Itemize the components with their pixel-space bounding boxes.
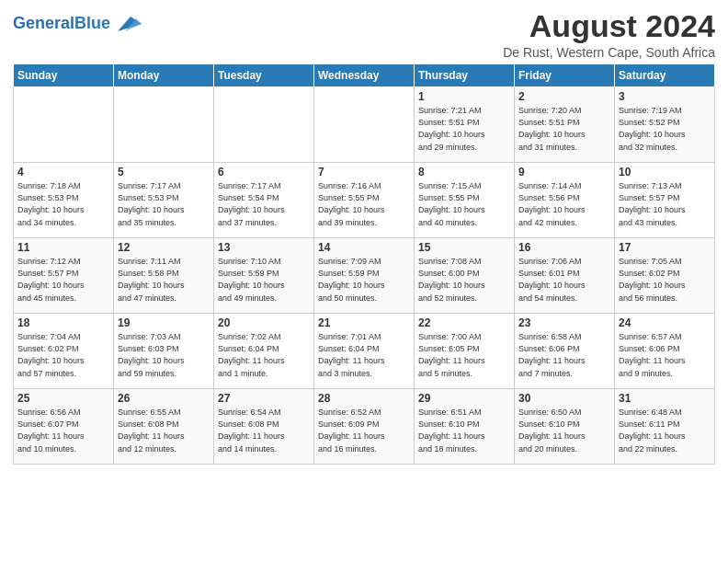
header: GeneralBlue August 2024 De Rust, Western… — [13, 9, 715, 60]
cell-info: Sunrise: 7:17 AM Sunset: 5:54 PM Dayligh… — [218, 180, 310, 228]
calendar-cell: 17Sunrise: 7:05 AM Sunset: 6:02 PM Dayli… — [615, 238, 715, 314]
cell-info: Sunrise: 7:03 AM Sunset: 6:03 PM Dayligh… — [118, 331, 210, 379]
cell-info: Sunrise: 7:20 AM Sunset: 5:51 PM Dayligh… — [518, 105, 610, 153]
day-number: 25 — [17, 392, 109, 405]
day-number: 18 — [17, 316, 109, 329]
calendar: SundayMondayTuesdayWednesdayThursdayFrid… — [13, 63, 715, 465]
cell-info: Sunrise: 7:10 AM Sunset: 5:59 PM Dayligh… — [218, 256, 310, 304]
cell-info: Sunrise: 7:19 AM Sunset: 5:52 PM Dayligh… — [619, 105, 711, 153]
calendar-cell — [214, 87, 314, 163]
cell-info: Sunrise: 7:17 AM Sunset: 5:53 PM Dayligh… — [118, 180, 210, 228]
day-number: 20 — [218, 316, 310, 329]
day-number: 15 — [418, 241, 510, 254]
calendar-cell: 8Sunrise: 7:15 AM Sunset: 5:55 PM Daylig… — [415, 163, 515, 238]
calendar-cell: 27Sunrise: 6:54 AM Sunset: 6:08 PM Dayli… — [214, 389, 314, 465]
day-number: 31 — [619, 392, 711, 405]
calendar-week-2: 4Sunrise: 7:18 AM Sunset: 5:53 PM Daylig… — [14, 163, 715, 238]
calendar-cell: 26Sunrise: 6:55 AM Sunset: 6:08 PM Dayli… — [114, 389, 214, 465]
calendar-cell — [314, 87, 415, 163]
calendar-cell: 7Sunrise: 7:16 AM Sunset: 5:55 PM Daylig… — [314, 163, 415, 238]
calendar-cell: 24Sunrise: 6:57 AM Sunset: 6:06 PM Dayli… — [615, 314, 715, 389]
calendar-cell: 2Sunrise: 7:20 AM Sunset: 5:51 PM Daylig… — [515, 87, 615, 163]
cell-info: Sunrise: 7:01 AM Sunset: 6:04 PM Dayligh… — [318, 331, 410, 379]
calendar-cell: 4Sunrise: 7:18 AM Sunset: 5:53 PM Daylig… — [14, 163, 114, 238]
cell-info: Sunrise: 7:13 AM Sunset: 5:57 PM Dayligh… — [619, 180, 711, 228]
location: De Rust, Western Cape, South Africa — [503, 45, 715, 60]
cell-info: Sunrise: 6:51 AM Sunset: 6:10 PM Dayligh… — [418, 407, 510, 454]
logo-icon — [112, 13, 142, 33]
cell-info: Sunrise: 7:05 AM Sunset: 6:02 PM Dayligh… — [619, 256, 711, 304]
day-number: 13 — [218, 241, 310, 254]
day-number: 4 — [17, 166, 109, 178]
day-number: 7 — [318, 166, 410, 178]
calendar-cell: 23Sunrise: 6:58 AM Sunset: 6:06 PM Dayli… — [515, 314, 615, 389]
day-number: 24 — [619, 316, 711, 329]
day-number: 12 — [118, 241, 210, 254]
cell-info: Sunrise: 6:58 AM Sunset: 6:06 PM Dayligh… — [518, 331, 610, 379]
cell-info: Sunrise: 7:11 AM Sunset: 5:58 PM Dayligh… — [118, 256, 210, 304]
day-number: 30 — [518, 392, 610, 405]
calendar-cell: 29Sunrise: 6:51 AM Sunset: 6:10 PM Dayli… — [415, 389, 515, 465]
calendar-cell: 6Sunrise: 7:17 AM Sunset: 5:54 PM Daylig… — [214, 163, 314, 238]
day-number: 17 — [619, 241, 711, 254]
day-number: 9 — [518, 166, 610, 178]
cell-info: Sunrise: 7:18 AM Sunset: 5:53 PM Dayligh… — [17, 180, 109, 228]
calendar-week-4: 18Sunrise: 7:04 AM Sunset: 6:02 PM Dayli… — [14, 314, 715, 389]
cell-info: Sunrise: 6:56 AM Sunset: 6:07 PM Dayligh… — [17, 407, 109, 454]
day-number: 23 — [518, 316, 610, 329]
calendar-cell: 12Sunrise: 7:11 AM Sunset: 5:58 PM Dayli… — [114, 238, 214, 314]
calendar-cell: 25Sunrise: 6:56 AM Sunset: 6:07 PM Dayli… — [14, 389, 114, 465]
calendar-cell: 14Sunrise: 7:09 AM Sunset: 5:59 PM Dayli… — [314, 238, 415, 314]
day-number: 14 — [318, 241, 410, 254]
day-header-saturday: Saturday — [615, 64, 715, 87]
calendar-cell: 5Sunrise: 7:17 AM Sunset: 5:53 PM Daylig… — [114, 163, 214, 238]
calendar-cell: 13Sunrise: 7:10 AM Sunset: 5:59 PM Dayli… — [214, 238, 314, 314]
day-number: 3 — [619, 90, 711, 103]
logo: GeneralBlue — [13, 13, 142, 33]
day-number: 22 — [418, 316, 510, 329]
day-number: 27 — [218, 392, 310, 405]
cell-info: Sunrise: 6:57 AM Sunset: 6:06 PM Dayligh… — [619, 331, 711, 379]
calendar-cell: 18Sunrise: 7:04 AM Sunset: 6:02 PM Dayli… — [14, 314, 114, 389]
day-number: 29 — [418, 392, 510, 405]
cell-info: Sunrise: 7:14 AM Sunset: 5:56 PM Dayligh… — [518, 180, 610, 228]
day-number: 21 — [318, 316, 410, 329]
cell-info: Sunrise: 7:04 AM Sunset: 6:02 PM Dayligh… — [17, 331, 109, 379]
calendar-cell: 20Sunrise: 7:02 AM Sunset: 6:04 PM Dayli… — [214, 314, 314, 389]
cell-info: Sunrise: 7:16 AM Sunset: 5:55 PM Dayligh… — [318, 180, 410, 228]
calendar-cell: 28Sunrise: 6:52 AM Sunset: 6:09 PM Dayli… — [314, 389, 415, 465]
day-header-tuesday: Tuesday — [214, 64, 314, 87]
calendar-cell: 30Sunrise: 6:50 AM Sunset: 6:10 PM Dayli… — [515, 389, 615, 465]
calendar-cell: 10Sunrise: 7:13 AM Sunset: 5:57 PM Dayli… — [615, 163, 715, 238]
cell-info: Sunrise: 7:15 AM Sunset: 5:55 PM Dayligh… — [418, 180, 510, 228]
day-number: 2 — [518, 90, 610, 103]
logo-text: GeneralBlue — [13, 15, 110, 31]
cell-info: Sunrise: 7:09 AM Sunset: 5:59 PM Dayligh… — [318, 256, 410, 304]
cell-info: Sunrise: 7:08 AM Sunset: 6:00 PM Dayligh… — [418, 256, 510, 304]
calendar-cell — [14, 87, 114, 163]
calendar-cell — [114, 87, 214, 163]
day-number: 6 — [218, 166, 310, 178]
cell-info: Sunrise: 7:06 AM Sunset: 6:01 PM Dayligh… — [518, 256, 610, 304]
day-number: 11 — [17, 241, 109, 254]
day-number: 28 — [318, 392, 410, 405]
cell-info: Sunrise: 6:48 AM Sunset: 6:11 PM Dayligh… — [619, 407, 711, 454]
calendar-cell: 15Sunrise: 7:08 AM Sunset: 6:00 PM Dayli… — [415, 238, 515, 314]
page: GeneralBlue August 2024 De Rust, Western… — [0, 0, 728, 563]
cell-info: Sunrise: 7:21 AM Sunset: 5:51 PM Dayligh… — [418, 105, 510, 153]
cell-info: Sunrise: 6:55 AM Sunset: 6:08 PM Dayligh… — [118, 407, 210, 454]
title-block: August 2024 De Rust, Western Cape, South… — [503, 9, 715, 60]
cell-info: Sunrise: 6:52 AM Sunset: 6:09 PM Dayligh… — [318, 407, 410, 454]
calendar-cell: 3Sunrise: 7:19 AM Sunset: 5:52 PM Daylig… — [615, 87, 715, 163]
cell-info: Sunrise: 7:12 AM Sunset: 5:57 PM Dayligh… — [17, 256, 109, 304]
day-header-monday: Monday — [114, 64, 214, 87]
calendar-cell: 31Sunrise: 6:48 AM Sunset: 6:11 PM Dayli… — [615, 389, 715, 465]
day-number: 1 — [418, 90, 510, 103]
day-number: 10 — [619, 166, 711, 178]
calendar-cell: 16Sunrise: 7:06 AM Sunset: 6:01 PM Dayli… — [515, 238, 615, 314]
day-number: 8 — [418, 166, 510, 178]
calendar-cell: 1Sunrise: 7:21 AM Sunset: 5:51 PM Daylig… — [415, 87, 515, 163]
day-number: 5 — [118, 166, 210, 178]
calendar-week-1: 1Sunrise: 7:21 AM Sunset: 5:51 PM Daylig… — [14, 87, 715, 163]
day-number: 19 — [118, 316, 210, 329]
